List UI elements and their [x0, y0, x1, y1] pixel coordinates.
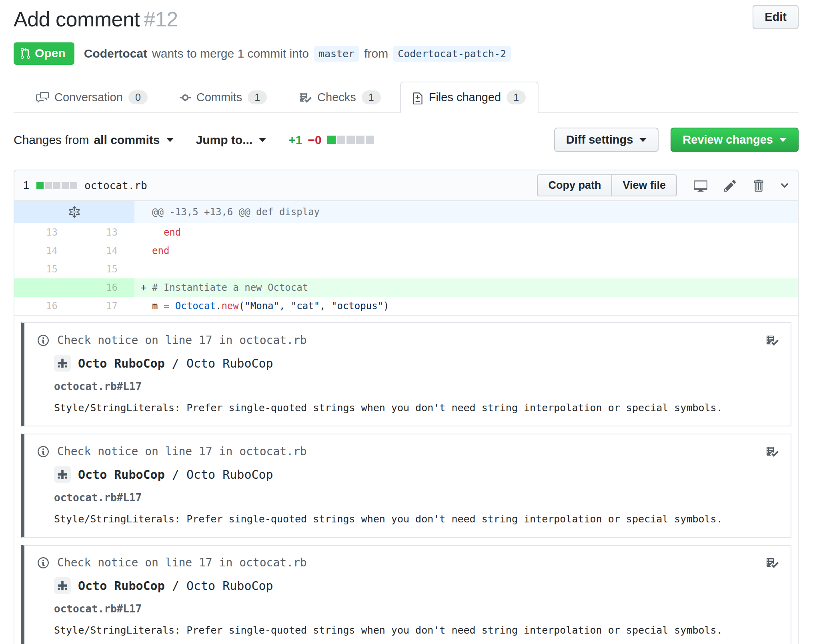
page-header: Add comment#12 Edit	[14, 5, 799, 31]
check-tool-row: Octo RuboCop / Octo RuboCop	[54, 577, 779, 594]
pr-state-label: Open	[35, 46, 66, 60]
tab-label: Commits	[196, 91, 242, 104]
tab-commits[interactable]: Commits 1	[167, 82, 280, 113]
review-changes-button[interactable]: Review changes	[671, 128, 799, 152]
file-diff-box: 1 octocat.rb Copy path View file	[14, 170, 799, 644]
diffstat-block-neutral	[62, 182, 69, 189]
diffstat-block-neutral	[366, 136, 374, 144]
code-token: "cat"	[291, 300, 320, 312]
diffstat-blocks	[327, 136, 374, 144]
expand-hunk-button[interactable]	[14, 201, 134, 223]
diff-settings-label: Diff settings	[566, 133, 633, 146]
old-line-number[interactable]: 13	[14, 223, 74, 242]
delete-file-icon	[753, 179, 763, 192]
new-line-number[interactable]: 14	[74, 242, 134, 260]
new-line-number[interactable]: 13	[74, 223, 134, 242]
changes-from-text: Changes from	[14, 133, 89, 147]
delete-file-button[interactable]	[753, 179, 763, 192]
diffstat-block-neutral	[356, 136, 364, 144]
view-check-button[interactable]	[766, 334, 779, 347]
code-token: (	[239, 300, 244, 312]
edit-file-icon	[724, 179, 736, 192]
code-token: =	[164, 300, 169, 312]
old-line-number[interactable]: 14	[14, 242, 74, 260]
jump-to-dropdown[interactable]: Jump to...	[196, 133, 266, 147]
review-changes-label: Review changes	[683, 133, 773, 146]
check-notice: Check notice on line 17 in octocat.rb Oc…	[21, 545, 791, 644]
info-icon	[37, 334, 49, 347]
git-commit-icon	[180, 91, 191, 104]
deletions-count: −0	[308, 133, 321, 147]
diffstat-block-added	[36, 182, 44, 189]
old-line-number[interactable]: 15	[14, 260, 74, 278]
check-tool-name[interactable]: Octo RuboCop	[78, 356, 165, 370]
check-tool-name[interactable]: Octo RuboCop	[78, 579, 165, 593]
changes-from-dropdown[interactable]: Changes from all commits	[14, 133, 174, 147]
tab-conversation[interactable]: Conversation 0	[23, 82, 160, 113]
check-tool-avatar	[54, 466, 71, 483]
diff-row: 16+# Instantiate a new Octocat	[14, 278, 798, 297]
tab-files-changed[interactable]: Files changed 1	[400, 82, 539, 113]
tab-count: 1	[362, 90, 381, 104]
check-tool-name[interactable]: Octo RuboCop	[78, 468, 165, 482]
new-line-number[interactable]: 17	[74, 297, 134, 315]
check-notice: Check notice on line 17 in octocat.rb Oc…	[21, 434, 791, 538]
code-token	[169, 300, 175, 312]
pr-state-badge: Open	[14, 42, 74, 65]
pr-meta-row: Open Codertocat wants to merge 1 commit …	[14, 42, 799, 65]
view-check-button[interactable]	[766, 445, 779, 458]
rubocop-avatar-icon	[56, 468, 68, 480]
rubocop-avatar-icon	[56, 580, 68, 592]
edit-button[interactable]: Edit	[753, 5, 799, 29]
file-header: 1 octocat.rb Copy path View file	[14, 170, 798, 201]
check-notice-header: Check notice on line 17 in octocat.rb	[37, 334, 779, 347]
check-message: Style/StringLiterals: Prefer single-quot…	[54, 402, 779, 414]
check-location: octocat.rb#L17	[54, 380, 779, 392]
new-line-number[interactable]: 15	[74, 260, 134, 278]
check-tool-avatar	[54, 577, 71, 594]
pr-number: #12	[144, 8, 178, 31]
changed-files-count: 1	[23, 179, 29, 192]
checklist-icon	[766, 556, 779, 569]
info-icon	[37, 445, 49, 458]
pr-title-text: Add comment	[14, 8, 140, 31]
tab-checks[interactable]: Checks 1	[286, 82, 394, 113]
old-line-number[interactable]: 16	[14, 297, 74, 315]
code-token: "Mona"	[244, 300, 279, 312]
additions-count: +1	[288, 133, 302, 147]
code-token: m	[152, 300, 164, 312]
check-notice-title: Check notice on line 17 in octocat.rb	[57, 445, 307, 458]
caret-down-icon	[779, 138, 787, 142]
diffstat-block-neutral	[346, 136, 355, 144]
pr-author[interactable]: Codertocat	[84, 47, 147, 60]
file-path-button-group: Copy path View file	[537, 174, 677, 196]
checklist-icon	[766, 445, 779, 458]
code-token: ,	[320, 300, 331, 312]
diff-row: 1313 end	[14, 223, 798, 242]
code-line: end	[134, 223, 798, 242]
view-check-button[interactable]	[766, 556, 779, 569]
checklist-icon	[299, 91, 312, 104]
diff-row: 1617m = Octocat.new("Mona", "cat", "octo…	[14, 297, 798, 315]
collapse-file-button[interactable]	[780, 180, 789, 192]
old-line-number[interactable]	[14, 278, 74, 297]
check-notice-title: Check notice on line 17 in octocat.rb	[57, 334, 307, 347]
check-tool-suffix: / Octo RuboCop	[165, 579, 273, 593]
diff-settings-button[interactable]: Diff settings	[554, 128, 659, 152]
code-line	[134, 260, 798, 278]
view-file-button[interactable]: View file	[611, 174, 677, 196]
edit-file-button[interactable]	[724, 179, 736, 192]
diffbar: Changes from all commits Jump to... +1 −…	[14, 128, 799, 152]
new-line-number[interactable]: 16	[74, 278, 134, 297]
check-location: octocat.rb#L17	[54, 603, 779, 615]
rubocop-avatar-icon	[56, 357, 68, 369]
info-icon	[37, 556, 49, 569]
file-name-link[interactable]: octocat.rb	[84, 180, 147, 192]
head-branch-label: Codertocat-patch-2	[393, 46, 511, 62]
display-rich-diff-button[interactable]	[694, 179, 707, 192]
diffstat-summary: +1 −0	[288, 133, 374, 147]
file-diffstat-blocks	[36, 182, 77, 189]
jump-to-text: Jump to...	[196, 133, 253, 147]
copy-path-button[interactable]: Copy path	[537, 174, 612, 196]
code-token: # Instantiate a new Octocat	[152, 282, 308, 293]
